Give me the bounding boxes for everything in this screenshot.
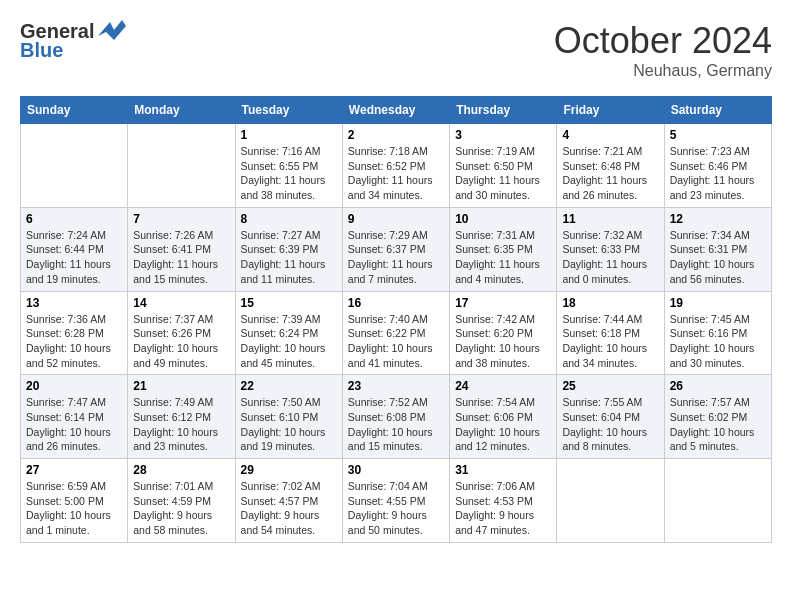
day-number: 17 [455, 296, 551, 310]
day-number: 5 [670, 128, 766, 142]
daylight-text: Daylight: 10 hours and 8 minutes. [562, 425, 658, 454]
sunset-text: Sunset: 6:35 PM [455, 242, 551, 257]
logo-bird-icon [96, 18, 126, 42]
sunrise-text: Sunrise: 7:16 AM [241, 144, 337, 159]
day-number: 10 [455, 212, 551, 226]
table-row [664, 459, 771, 543]
day-number: 9 [348, 212, 444, 226]
table-row [128, 124, 235, 208]
sunset-text: Sunset: 6:44 PM [26, 242, 122, 257]
sunrise-text: Sunrise: 7:32 AM [562, 228, 658, 243]
sunset-text: Sunset: 6:52 PM [348, 159, 444, 174]
day-number: 16 [348, 296, 444, 310]
day-number: 12 [670, 212, 766, 226]
sunrise-text: Sunrise: 7:06 AM [455, 479, 551, 494]
sunrise-text: Sunrise: 7:19 AM [455, 144, 551, 159]
header-wednesday: Wednesday [342, 97, 449, 124]
sunrise-text: Sunrise: 7:18 AM [348, 144, 444, 159]
table-row: 28 Sunrise: 7:01 AM Sunset: 4:59 PM Dayl… [128, 459, 235, 543]
day-number: 30 [348, 463, 444, 477]
month-title: October 2024 [554, 20, 772, 62]
day-number: 25 [562, 379, 658, 393]
daylight-text: Daylight: 10 hours and 38 minutes. [455, 341, 551, 370]
table-row: 29 Sunrise: 7:02 AM Sunset: 4:57 PM Dayl… [235, 459, 342, 543]
table-row: 24 Sunrise: 7:54 AM Sunset: 6:06 PM Dayl… [450, 375, 557, 459]
sunset-text: Sunset: 6:48 PM [562, 159, 658, 174]
table-row [21, 124, 128, 208]
day-number: 24 [455, 379, 551, 393]
day-number: 29 [241, 463, 337, 477]
table-row: 26 Sunrise: 7:57 AM Sunset: 6:02 PM Dayl… [664, 375, 771, 459]
sunset-text: Sunset: 6:10 PM [241, 410, 337, 425]
table-row: 14 Sunrise: 7:37 AM Sunset: 6:26 PM Dayl… [128, 291, 235, 375]
daylight-text: Daylight: 10 hours and 12 minutes. [455, 425, 551, 454]
daylight-text: Daylight: 10 hours and 41 minutes. [348, 341, 444, 370]
sunrise-text: Sunrise: 7:24 AM [26, 228, 122, 243]
daylight-text: Daylight: 11 hours and 30 minutes. [455, 173, 551, 202]
sunset-text: Sunset: 6:04 PM [562, 410, 658, 425]
day-number: 22 [241, 379, 337, 393]
table-row: 21 Sunrise: 7:49 AM Sunset: 6:12 PM Dayl… [128, 375, 235, 459]
daylight-text: Daylight: 11 hours and 11 minutes. [241, 257, 337, 286]
day-number: 18 [562, 296, 658, 310]
daylight-text: Daylight: 10 hours and 15 minutes. [348, 425, 444, 454]
sunset-text: Sunset: 6:22 PM [348, 326, 444, 341]
daylight-text: Daylight: 10 hours and 30 minutes. [670, 341, 766, 370]
day-number: 15 [241, 296, 337, 310]
day-number: 6 [26, 212, 122, 226]
svg-marker-0 [98, 20, 126, 40]
day-number: 31 [455, 463, 551, 477]
daylight-text: Daylight: 11 hours and 15 minutes. [133, 257, 229, 286]
sunset-text: Sunset: 5:00 PM [26, 494, 122, 509]
sunrise-text: Sunrise: 7:29 AM [348, 228, 444, 243]
daylight-text: Daylight: 10 hours and 56 minutes. [670, 257, 766, 286]
sunset-text: Sunset: 6:20 PM [455, 326, 551, 341]
calendar-title-area: October 2024 Neuhaus, Germany [554, 20, 772, 80]
table-row: 27 Sunrise: 6:59 AM Sunset: 5:00 PM Dayl… [21, 459, 128, 543]
sunrise-text: Sunrise: 7:50 AM [241, 395, 337, 410]
weekday-header-row: Sunday Monday Tuesday Wednesday Thursday… [21, 97, 772, 124]
sunset-text: Sunset: 4:59 PM [133, 494, 229, 509]
day-number: 27 [26, 463, 122, 477]
day-number: 4 [562, 128, 658, 142]
calendar-table: Sunday Monday Tuesday Wednesday Thursday… [20, 96, 772, 543]
sunset-text: Sunset: 6:12 PM [133, 410, 229, 425]
sunrise-text: Sunrise: 7:26 AM [133, 228, 229, 243]
table-row: 9 Sunrise: 7:29 AM Sunset: 6:37 PM Dayli… [342, 207, 449, 291]
sunrise-text: Sunrise: 7:39 AM [241, 312, 337, 327]
sunset-text: Sunset: 4:53 PM [455, 494, 551, 509]
sunrise-text: Sunrise: 7:45 AM [670, 312, 766, 327]
table-row: 18 Sunrise: 7:44 AM Sunset: 6:18 PM Dayl… [557, 291, 664, 375]
table-row: 12 Sunrise: 7:34 AM Sunset: 6:31 PM Dayl… [664, 207, 771, 291]
sunrise-text: Sunrise: 7:01 AM [133, 479, 229, 494]
table-row: 7 Sunrise: 7:26 AM Sunset: 6:41 PM Dayli… [128, 207, 235, 291]
daylight-text: Daylight: 10 hours and 23 minutes. [133, 425, 229, 454]
sunrise-text: Sunrise: 7:54 AM [455, 395, 551, 410]
sunrise-text: Sunrise: 7:36 AM [26, 312, 122, 327]
daylight-text: Daylight: 10 hours and 49 minutes. [133, 341, 229, 370]
sunrise-text: Sunrise: 7:21 AM [562, 144, 658, 159]
sunset-text: Sunset: 6:46 PM [670, 159, 766, 174]
day-number: 13 [26, 296, 122, 310]
header-saturday: Saturday [664, 97, 771, 124]
sunset-text: Sunset: 6:06 PM [455, 410, 551, 425]
sunset-text: Sunset: 4:55 PM [348, 494, 444, 509]
sunrise-text: Sunrise: 7:52 AM [348, 395, 444, 410]
table-row: 19 Sunrise: 7:45 AM Sunset: 6:16 PM Dayl… [664, 291, 771, 375]
sunset-text: Sunset: 6:26 PM [133, 326, 229, 341]
daylight-text: Daylight: 10 hours and 34 minutes. [562, 341, 658, 370]
header-thursday: Thursday [450, 97, 557, 124]
daylight-text: Daylight: 9 hours and 54 minutes. [241, 508, 337, 537]
table-row: 3 Sunrise: 7:19 AM Sunset: 6:50 PM Dayli… [450, 124, 557, 208]
sunrise-text: Sunrise: 7:31 AM [455, 228, 551, 243]
calendar-week-2: 6 Sunrise: 7:24 AM Sunset: 6:44 PM Dayli… [21, 207, 772, 291]
day-number: 19 [670, 296, 766, 310]
sunrise-text: Sunrise: 7:57 AM [670, 395, 766, 410]
sunrise-text: Sunrise: 7:44 AM [562, 312, 658, 327]
location-subtitle: Neuhaus, Germany [554, 62, 772, 80]
daylight-text: Daylight: 11 hours and 38 minutes. [241, 173, 337, 202]
table-row: 22 Sunrise: 7:50 AM Sunset: 6:10 PM Dayl… [235, 375, 342, 459]
daylight-text: Daylight: 9 hours and 50 minutes. [348, 508, 444, 537]
daylight-text: Daylight: 10 hours and 45 minutes. [241, 341, 337, 370]
sunset-text: Sunset: 6:55 PM [241, 159, 337, 174]
